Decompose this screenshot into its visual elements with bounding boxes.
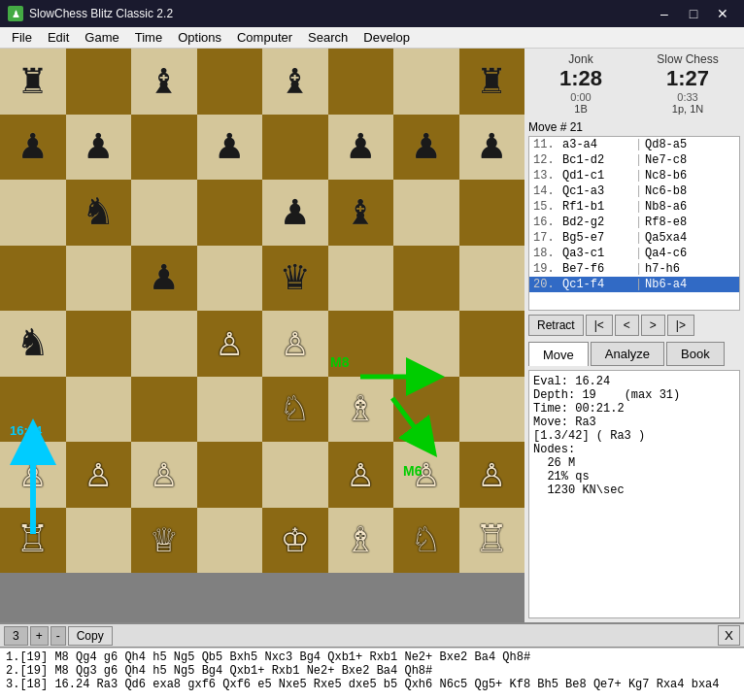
square-g4[interactable] (393, 311, 459, 377)
square-h3[interactable] (459, 377, 525, 443)
square-a2[interactable]: ♙ (0, 442, 66, 508)
next-button[interactable]: > (641, 315, 665, 336)
square-f7[interactable]: ♟ (328, 115, 394, 181)
square-f5[interactable] (328, 246, 394, 312)
square-e1[interactable]: ♔ (262, 508, 328, 574)
move-row[interactable]: 11. a3-a4 | Qd8-a5 (529, 137, 739, 152)
square-h8[interactable]: ♜ (459, 49, 525, 115)
square-e5[interactable]: ♛ (262, 246, 328, 312)
square-c5[interactable]: ♟ (131, 246, 197, 312)
menu-item-game[interactable]: Game (77, 27, 126, 49)
square-h2[interactable]: ♙ (459, 442, 525, 508)
tab-copy-button[interactable]: Copy (68, 626, 113, 646)
menu-item-edit[interactable]: Edit (40, 27, 77, 49)
square-d2[interactable] (197, 442, 263, 508)
square-d4[interactable]: ♙ (197, 311, 263, 377)
square-d5[interactable] (197, 246, 263, 312)
square-g5[interactable] (393, 246, 459, 312)
square-f3[interactable]: ♗ (328, 377, 394, 443)
square-h6[interactable] (459, 180, 525, 246)
tab-add-button[interactable]: + (30, 626, 49, 646)
prev-button[interactable]: < (615, 315, 639, 336)
square-c8[interactable]: ♝ (131, 49, 197, 115)
menu-item-computer[interactable]: Computer (229, 27, 300, 49)
square-h4[interactable] (459, 311, 525, 377)
tab-number[interactable]: 3 (4, 626, 28, 646)
move-row[interactable]: 14. Qc1-a3 | Nc6-b8 (529, 183, 739, 199)
square-f1[interactable]: ♗ (328, 508, 394, 574)
square-d6[interactable] (197, 180, 263, 246)
chess-board[interactable]: ♜♝♝♜♟♟♟♟♟♟♞♟♝♟♛♞♙♙♘♗♙♙♙♙♙♙♖♕♔♗♘♖ (0, 49, 524, 573)
square-a4[interactable]: ♞ (0, 311, 66, 377)
square-h7[interactable]: ♟ (459, 115, 525, 181)
square-g6[interactable] (393, 180, 459, 246)
minimize-button[interactable]: – (651, 0, 678, 27)
next-next-button[interactable]: |> (667, 315, 694, 336)
move-row[interactable]: 12. Bc1-d2 | Ne7-c8 (529, 152, 739, 168)
close-button[interactable]: ✕ (709, 0, 736, 27)
square-f2[interactable]: ♙ (328, 442, 394, 508)
tab-close-button[interactable]: X (718, 625, 740, 646)
square-a3[interactable] (0, 377, 66, 443)
square-a6[interactable] (0, 180, 66, 246)
menu-item-file[interactable]: File (4, 27, 40, 49)
menu-item-develop[interactable]: Develop (355, 27, 418, 49)
move-mode-button[interactable]: Move (528, 342, 589, 366)
menu-item-search[interactable]: Search (300, 27, 355, 49)
square-e4[interactable]: ♙ (262, 311, 328, 377)
move-row[interactable]: 13. Qd1-c1 | Nc8-b6 (529, 168, 739, 183)
square-c6[interactable] (131, 180, 197, 246)
move-row[interactable]: 18. Qa3-c1 | Qa4-c6 (529, 246, 739, 261)
square-g1[interactable]: ♘ (393, 508, 459, 574)
square-a1[interactable]: ♖ (0, 508, 66, 574)
maximize-button[interactable]: □ (680, 0, 707, 27)
square-e8[interactable]: ♝ (262, 49, 328, 115)
square-d8[interactable] (197, 49, 263, 115)
retract-button[interactable]: Retract (528, 315, 584, 336)
square-d1[interactable] (197, 508, 263, 574)
book-mode-button[interactable]: Book (666, 342, 725, 366)
square-g2[interactable]: ♙ (393, 442, 459, 508)
square-b5[interactable] (66, 246, 132, 312)
square-b7[interactable]: ♟ (66, 115, 132, 181)
movelist[interactable]: 11. a3-a4 | Qd8-a5 12. Bc1-d2 | Ne7-c8 1… (528, 136, 740, 311)
move-row[interactable]: 19. Be7-f6 | h7-h6 (529, 261, 739, 277)
square-f4[interactable] (328, 311, 394, 377)
square-d3[interactable] (197, 377, 263, 443)
square-g7[interactable]: ♟ (393, 115, 459, 181)
square-b2[interactable]: ♙ (66, 442, 132, 508)
square-b8[interactable] (66, 49, 132, 115)
square-c1[interactable]: ♕ (131, 508, 197, 574)
square-b4[interactable] (66, 311, 132, 377)
square-e2[interactable] (262, 442, 328, 508)
square-c7[interactable] (131, 115, 197, 181)
square-h5[interactable] (459, 246, 525, 312)
square-h1[interactable]: ♖ (459, 508, 525, 574)
analyze-mode-button[interactable]: Analyze (591, 342, 664, 366)
move-row[interactable]: 15. Rf1-b1 | Nb8-a6 (529, 199, 739, 215)
square-b3[interactable] (66, 377, 132, 443)
square-b1[interactable] (66, 508, 132, 574)
square-f8[interactable] (328, 49, 394, 115)
square-b6[interactable]: ♞ (66, 180, 132, 246)
menu-item-options[interactable]: Options (170, 27, 229, 49)
square-e6[interactable]: ♟ (262, 180, 328, 246)
square-g8[interactable] (393, 49, 459, 115)
menu-item-time[interactable]: Time (127, 27, 170, 49)
square-e7[interactable] (262, 115, 328, 181)
tab-remove-button[interactable]: - (51, 626, 66, 646)
square-f6[interactable]: ♝ (328, 180, 394, 246)
square-d7[interactable]: ♟ (197, 115, 263, 181)
square-c3[interactable] (131, 377, 197, 443)
square-c2[interactable]: ♙ (131, 442, 197, 508)
square-a8[interactable]: ♜ (0, 49, 66, 115)
square-e3[interactable]: ♘ (262, 377, 328, 443)
move-row[interactable]: 20. Qc1-f4 | Nb6-a4 (529, 277, 739, 292)
square-g3[interactable] (393, 377, 459, 443)
square-a7[interactable]: ♟ (0, 115, 66, 181)
square-c4[interactable] (131, 311, 197, 377)
move-row[interactable]: 16. Bd2-g2 | Rf8-e8 (529, 215, 739, 230)
prev-prev-button[interactable]: |< (586, 315, 613, 336)
move-row[interactable]: 17. Bg5-e7 | Qa5xa4 (529, 230, 739, 246)
square-a5[interactable] (0, 246, 66, 312)
